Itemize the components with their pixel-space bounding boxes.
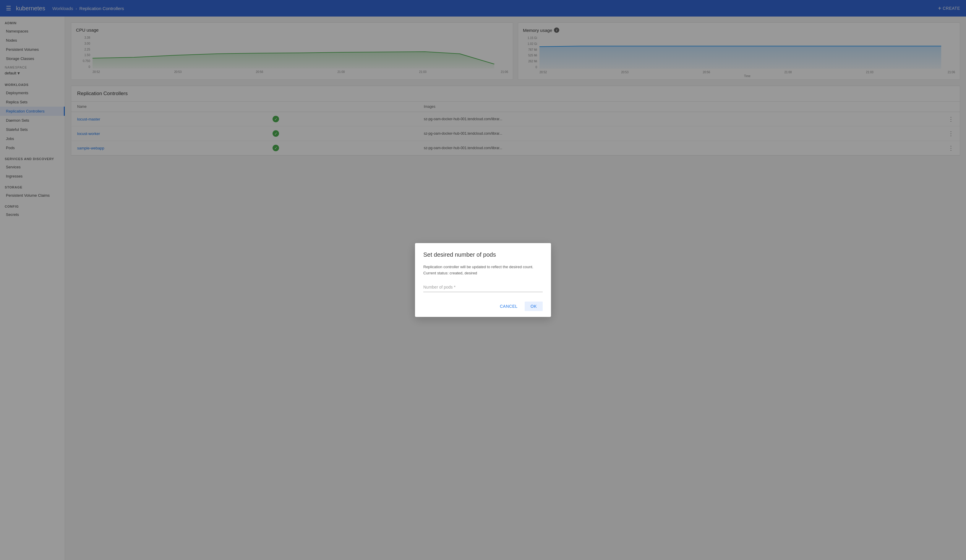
ok-button[interactable]: OK bbox=[525, 301, 543, 311]
dialog-title: Set desired number of pods bbox=[423, 251, 543, 258]
dialog-description: Replication controller will be updated t… bbox=[423, 264, 543, 277]
set-pods-dialog: Set desired number of pods Replication c… bbox=[415, 243, 551, 317]
pods-input-wrap bbox=[423, 283, 543, 292]
cancel-button[interactable]: CANCEL bbox=[495, 301, 522, 311]
dialog-desc-line1: Replication controller will be updated t… bbox=[423, 265, 533, 269]
dialog-desc-line2: Current status: created, desired bbox=[423, 271, 477, 275]
pods-input[interactable] bbox=[423, 283, 543, 291]
dialog-overlay[interactable]: Set desired number of pods Replication c… bbox=[0, 0, 966, 560]
dialog-actions: CANCEL OK bbox=[423, 301, 543, 311]
